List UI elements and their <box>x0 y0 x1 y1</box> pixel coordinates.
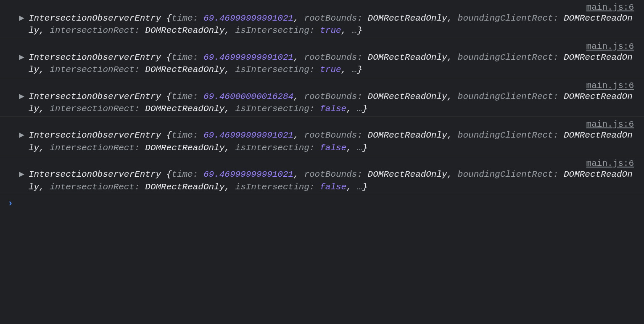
source-link[interactable]: main.js:6 <box>5 158 639 168</box>
console-entry: main.js:6▶IntersectionObserverEntry {tim… <box>0 78 644 117</box>
log-object[interactable]: IntersectionObserverEntry {time: 69.4699… <box>29 12 639 37</box>
expand-toggle-icon[interactable]: ▶ <box>5 90 29 101</box>
expand-toggle-icon[interactable]: ▶ <box>5 12 29 23</box>
console-entry: main.js:6▶IntersectionObserverEntry {tim… <box>0 117 644 156</box>
log-object[interactable]: IntersectionObserverEntry {time: 69.4699… <box>29 168 639 193</box>
log-object[interactable]: IntersectionObserverEntry {time: 69.4699… <box>29 129 639 154</box>
source-link[interactable]: main.js:6 <box>5 41 639 51</box>
source-link[interactable]: main.js:6 <box>5 119 639 129</box>
source-link[interactable]: main.js:6 <box>5 2 639 12</box>
console-prompt[interactable]: › <box>0 195 644 212</box>
source-link[interactable]: main.js:6 <box>5 80 639 90</box>
log-object[interactable]: IntersectionObserverEntry {time: 69.4699… <box>29 51 639 76</box>
console-entry: main.js:6▶IntersectionObserverEntry {tim… <box>0 0 644 39</box>
expand-toggle-icon[interactable]: ▶ <box>5 129 29 140</box>
console-entry: main.js:6▶IntersectionObserverEntry {tim… <box>0 156 644 195</box>
expand-toggle-icon[interactable]: ▶ <box>5 168 29 179</box>
console-entry: main.js:6▶IntersectionObserverEntry {tim… <box>0 39 644 78</box>
console-log-list: main.js:6▶IntersectionObserverEntry {tim… <box>0 0 644 195</box>
prompt-chevron-icon: › <box>5 199 27 209</box>
log-object[interactable]: IntersectionObserverEntry {time: 69.4600… <box>29 90 639 115</box>
expand-toggle-icon[interactable]: ▶ <box>5 51 29 62</box>
